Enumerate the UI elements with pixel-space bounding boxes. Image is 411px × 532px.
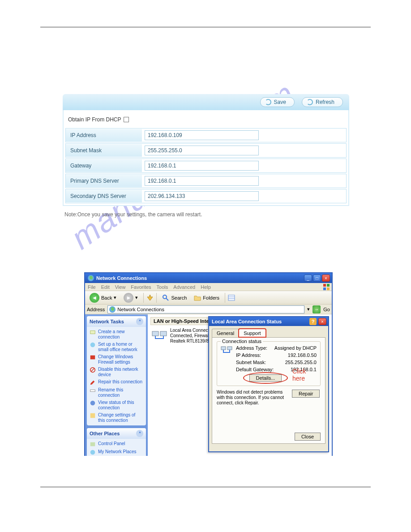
connection-status-group: Connection status Address Type:Assigned …: [217, 341, 321, 386]
task-label: Change Windows Firewall settings: [98, 354, 143, 365]
ip-address-input[interactable]: [145, 130, 259, 140]
maximize-button[interactable]: □: [313, 275, 321, 282]
subnet-value: 255.255.255.0: [285, 359, 317, 366]
other-places-label: Other Places: [90, 431, 120, 436]
ip-body: Obtain IP From DHCP IP Address Subnet Ma…: [63, 110, 349, 206]
window-titlebar: Network Connections _ □ ×: [85, 273, 332, 283]
save-icon: [265, 99, 271, 105]
task-label: Create a new connection: [98, 329, 143, 340]
window-title: Network Connections: [96, 275, 147, 281]
svg-point-15: [90, 401, 95, 406]
svg-rect-0: [323, 284, 326, 287]
minimize-button[interactable]: _: [304, 275, 312, 282]
menu-edit[interactable]: Edit: [101, 284, 110, 290]
row-ip-address: IP Address: [65, 128, 347, 142]
views-button[interactable]: [228, 294, 235, 301]
settings-icon: [90, 412, 96, 419]
task-disable[interactable]: Disable this network device: [87, 366, 146, 378]
menu-favorites[interactable]: Favorites: [131, 284, 151, 290]
network-connections-window: Network Connections _ □ × File Edit View…: [84, 272, 333, 456]
svg-rect-22: [160, 331, 167, 336]
up-icon[interactable]: [146, 294, 154, 301]
gateway-input[interactable]: [145, 161, 259, 171]
svg-point-18: [90, 450, 95, 455]
menu-advanced[interactable]: Advanced: [173, 284, 195, 290]
menu-view[interactable]: View: [115, 284, 126, 290]
task-rename[interactable]: Rename this connection: [87, 386, 146, 399]
task-label: Control Panel: [98, 441, 125, 446]
chevron-down-icon: ▾: [114, 295, 116, 300]
task-setup-network[interactable]: Set up a home or small office network: [87, 341, 146, 353]
ip-label: IP Address:: [236, 352, 261, 359]
help-button[interactable]: ?: [309, 318, 317, 325]
save-button[interactable]: Save: [260, 97, 295, 107]
task-firewall[interactable]: Change Windows Firewall settings: [87, 353, 146, 366]
folders-button[interactable]: Folders: [191, 293, 222, 302]
click-here-annotation: Click here: [292, 368, 320, 382]
network-icon: [109, 306, 116, 313]
home-network-icon: [90, 342, 96, 348]
sdns-input[interactable]: [145, 191, 259, 201]
row-gateway: Gateway: [65, 159, 347, 173]
forward-button[interactable]: ► ▾: [121, 292, 141, 304]
address-input[interactable]: Network Connections: [107, 305, 304, 313]
chevron-down-icon[interactable]: ▾: [307, 306, 310, 312]
task-create-connection[interactable]: Create a new connection: [87, 328, 146, 341]
network-icon: [88, 275, 94, 281]
svg-rect-1: [327, 284, 330, 287]
status-icon: [90, 400, 96, 406]
dialog-close-button[interactable]: ×: [318, 318, 326, 325]
menu-help[interactable]: Help: [201, 284, 211, 290]
address-bar: Address Network Connections ▾ → Go: [85, 305, 332, 314]
save-label: Save: [274, 99, 286, 105]
forward-icon: ►: [124, 293, 133, 303]
details-button[interactable]: Details...: [249, 374, 282, 382]
other-places-heading[interactable]: Other Places ˄: [87, 428, 146, 439]
refresh-button[interactable]: Refresh: [302, 97, 343, 107]
task-repair[interactable]: Repair this connection: [87, 378, 146, 386]
repair-button[interactable]: Repair: [292, 390, 320, 398]
tab-general[interactable]: General: [212, 329, 239, 337]
row-pdns: Primary DNS Server: [65, 174, 347, 188]
task-label: Disable this network device: [98, 367, 143, 378]
lan-status-dialog: Local Area Connection Status ? × General…: [208, 316, 329, 452]
search-button[interactable]: Search: [159, 293, 189, 302]
addr-type-label: Address Type:: [236, 344, 267, 352]
back-button[interactable]: ◄ Back ▾: [87, 292, 119, 304]
toolbar: ◄ Back ▾ ► ▾ Search Folders: [85, 291, 332, 305]
repair-area: Windows did not detect problems with thi…: [217, 390, 321, 406]
disable-icon: [90, 367, 96, 373]
svg-rect-23: [221, 347, 226, 350]
subnet-input[interactable]: [145, 146, 259, 155]
toolbar-separator: [225, 293, 225, 303]
dhcp-checkbox[interactable]: [124, 117, 129, 122]
close-button[interactable]: ×: [322, 275, 330, 282]
network-tasks-heading[interactable]: Network Tasks ˄: [87, 316, 146, 327]
menu-bar: File Edit View Favorites Tools Advanced …: [85, 283, 332, 291]
gateway-label: Gateway: [66, 159, 142, 172]
pdns-input[interactable]: [145, 176, 259, 186]
control-panel-icon: [90, 441, 96, 447]
go-label: Go: [323, 307, 330, 312]
dialog-close-btn[interactable]: Close: [295, 433, 321, 441]
tab-support[interactable]: Support: [239, 329, 266, 337]
task-change-settings[interactable]: Change settings of this connection: [87, 412, 146, 424]
toolbar-separator: [156, 293, 157, 303]
row-sdns: Secondary DNS Server: [65, 189, 347, 203]
svg-rect-9: [90, 331, 95, 334]
collapse-icon: ˄: [136, 430, 143, 437]
other-places-group: Other Places ˄ Control Panel My Network …: [87, 428, 146, 456]
task-label: Change settings of this connection: [98, 412, 143, 423]
address-label: Address: [87, 307, 105, 312]
menu-file[interactable]: File: [88, 284, 96, 290]
svg-point-4: [163, 295, 167, 299]
svg-rect-17: [90, 442, 95, 446]
menu-tools[interactable]: Tools: [157, 284, 168, 290]
task-status[interactable]: View status of this connection: [87, 399, 146, 412]
go-button[interactable]: →: [313, 305, 321, 313]
network-tasks-group: Network Tasks ˄ Create a new connection …: [87, 316, 146, 425]
other-network-places[interactable]: My Network Places: [87, 448, 146, 456]
ip-topbar: Save Refresh: [63, 94, 349, 110]
other-control-panel[interactable]: Control Panel: [87, 440, 146, 448]
folders-label: Folders: [203, 295, 219, 300]
